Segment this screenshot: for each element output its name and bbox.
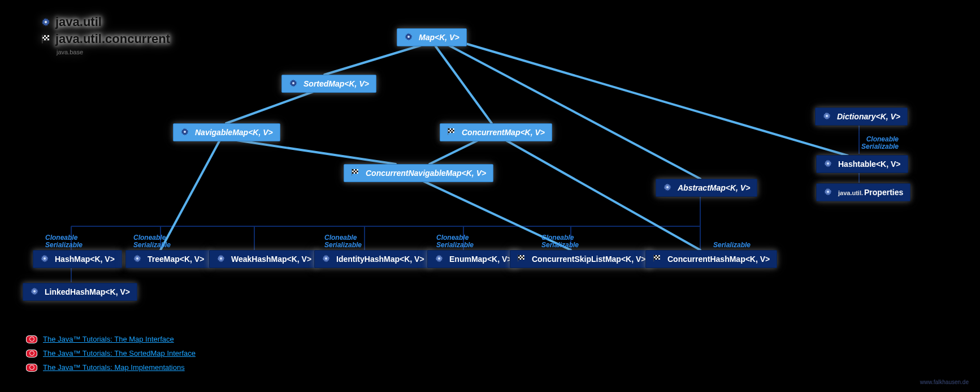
node-linkedhashmap[interactable]: LinkedHashMap<K, V> [23, 283, 137, 301]
node-map[interactable]: Map<K, V> [397, 28, 467, 46]
annot-hashtable: CloneableSerializable [861, 136, 899, 150]
flag-icon [653, 254, 663, 264]
node-enummap[interactable]: EnumMap<K, V> [427, 250, 519, 268]
svg-rect-39 [453, 130, 454, 132]
svg-rect-71 [657, 255, 658, 257]
node-label: EnumMap<K, V> [449, 255, 511, 264]
node-concurrentskiplistmap[interactable]: ConcurrentSkipListMap<K, V> [510, 250, 653, 268]
node-label: IdentityHashMap<K, V> [336, 255, 424, 264]
svg-rect-70 [654, 255, 656, 257]
node-treemap[interactable]: TreeMap<K, V> [125, 250, 211, 268]
gear-icon [435, 254, 445, 264]
oracle-icon [26, 350, 37, 357]
node-navigablemap[interactable]: NavigableMap<K, V> [173, 123, 280, 141]
legend: java.util java.util.concurrent java.base [41, 15, 170, 55]
node-sortedmap[interactable]: SortedMap<K, V> [281, 75, 376, 93]
link-map-implementations[interactable]: The Java™ Tutorials: Map Implementations [26, 363, 196, 372]
svg-rect-48 [352, 172, 354, 174]
link-map-interface[interactable]: The Java™ Tutorials: The Map Interface [26, 335, 196, 343]
node-dictionary[interactable]: Dictionary<K, V> [815, 107, 908, 126]
node-label: WeakHashMap<K, V> [231, 255, 311, 264]
node-label: Dictionary<K, V> [837, 112, 900, 121]
svg-line-19 [161, 139, 220, 250]
gear-icon [30, 287, 40, 297]
svg-rect-30 [46, 38, 47, 40]
node-label: NavigableMap<K, V> [195, 128, 273, 137]
svg-rect-72 [656, 257, 657, 259]
svg-line-13 [434, 44, 492, 123]
link-text[interactable]: The Java™ Tutorials: Map Implementations [43, 363, 185, 372]
node-label: java.util.Properties [838, 188, 903, 197]
svg-point-55 [44, 257, 46, 260]
svg-rect-46 [354, 171, 355, 173]
gear-icon [180, 127, 190, 137]
svg-point-52 [826, 115, 828, 117]
svg-rect-62 [518, 255, 520, 257]
svg-rect-36 [448, 128, 450, 130]
svg-rect-75 [657, 258, 658, 260]
annot-chm: Serializable [713, 242, 751, 249]
gear-icon [216, 254, 227, 264]
node-properties[interactable]: java.util.Properties [816, 183, 910, 201]
node-label: ConcurrentSkipListMap<K, V> [532, 255, 645, 264]
svg-point-60 [438, 257, 440, 260]
legend-concurrent-label: java.util.concurrent [55, 32, 170, 46]
svg-line-18 [430, 138, 483, 164]
legend-util-label: java.util [55, 15, 102, 29]
svg-rect-49 [355, 172, 357, 174]
svg-point-57 [136, 257, 138, 260]
gear-icon [40, 254, 50, 264]
svg-rect-38 [450, 130, 452, 132]
gear-icon [822, 111, 832, 122]
legend-module: java.base [57, 49, 170, 55]
gear-icon [404, 32, 414, 42]
node-label: TreeMap<K, V> [148, 255, 204, 264]
svg-rect-27 [44, 37, 46, 38]
node-concurrenthashmap[interactable]: ConcurrentHashMap<K, V> [645, 250, 777, 268]
node-label: Map<K, V> [419, 33, 459, 42]
svg-rect-50 [352, 169, 352, 175]
svg-rect-73 [658, 257, 660, 259]
oracle-icon [26, 335, 37, 343]
svg-rect-64 [520, 257, 522, 259]
node-label: AbstractMap<K, V> [678, 183, 750, 192]
link-text[interactable]: The Java™ Tutorials: The Map Interface [43, 335, 174, 343]
svg-line-14 [446, 44, 700, 179]
svg-point-56 [33, 290, 36, 292]
svg-point-53 [827, 162, 829, 165]
svg-point-33 [292, 82, 294, 84]
svg-rect-40 [448, 131, 450, 133]
gear-icon [41, 17, 51, 27]
svg-line-12 [324, 44, 425, 75]
node-weakhashmap[interactable]: WeakHashMap<K, V> [209, 250, 319, 268]
gear-icon [289, 79, 299, 89]
svg-point-58 [220, 257, 222, 260]
gear-icon [823, 187, 834, 197]
node-concurrentmap[interactable]: ConcurrentMap<K, V> [440, 123, 552, 141]
gear-icon [322, 254, 332, 264]
svg-point-51 [666, 186, 669, 188]
node-label: ConcurrentMap<K, V> [462, 128, 545, 137]
node-concurrentnavigablemap[interactable]: ConcurrentNavigableMap<K, V> [344, 164, 493, 182]
svg-rect-37 [451, 128, 453, 130]
link-text[interactable]: The Java™ Tutorials: The SortedMap Inter… [43, 349, 196, 357]
node-hashtable[interactable]: Hashtable<K, V> [816, 155, 908, 173]
flag-icon [41, 34, 51, 44]
svg-rect-29 [42, 38, 44, 40]
svg-rect-68 [518, 255, 518, 261]
svg-rect-74 [654, 258, 656, 260]
node-label: LinkedHashMap<K, V> [45, 287, 130, 296]
svg-rect-26 [46, 35, 47, 37]
annot-cslmap: CloneableSerializable [541, 234, 579, 249]
svg-rect-76 [653, 255, 654, 261]
node-hashmap[interactable]: HashMap<K, V> [33, 250, 122, 268]
gear-icon [133, 254, 143, 264]
annot-enummap: CloneableSerializable [436, 234, 474, 249]
annot-identityhashmap: CloneableSerializable [324, 234, 362, 249]
svg-rect-41 [451, 131, 453, 133]
node-abstractmap[interactable]: AbstractMap<K, V> [656, 179, 757, 197]
svg-rect-47 [357, 171, 358, 173]
node-identityhashmap[interactable]: IdentityHashMap<K, V> [314, 250, 432, 268]
link-sortedmap-interface[interactable]: The Java™ Tutorials: The SortedMap Inter… [26, 349, 196, 357]
node-label: SortedMap<K, V> [303, 79, 369, 88]
